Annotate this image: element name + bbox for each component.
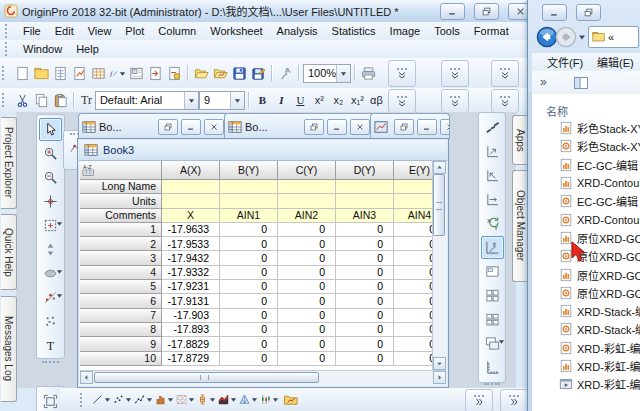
menu-item[interactable]: Column bbox=[151, 23, 203, 39]
data-cell[interactable]: 0 bbox=[278, 309, 336, 323]
scroll-left-button[interactable] bbox=[80, 371, 93, 384]
file-item[interactable]: XRD-Stack-编 bbox=[532, 302, 640, 320]
data-cell[interactable]: 0 bbox=[220, 223, 278, 237]
rescale-button[interactable] bbox=[481, 236, 504, 259]
label-cell[interactable]: AIN3 bbox=[336, 209, 394, 223]
new-matrix-button[interactable] bbox=[89, 63, 108, 84]
data-cell[interactable]: 0 bbox=[278, 237, 336, 251]
format-button-10[interactable]: U bbox=[291, 91, 310, 109]
layer-grid4-button[interactable] bbox=[481, 284, 504, 307]
horizontal-scrollbar[interactable] bbox=[80, 370, 446, 385]
data-cell[interactable]: 0 bbox=[336, 309, 394, 323]
toolbar-overflow-stub[interactable] bbox=[491, 60, 519, 87]
label-cell[interactable] bbox=[162, 194, 220, 208]
data-cell[interactable]: -17.9633 bbox=[162, 223, 220, 237]
data-cell[interactable]: 0 bbox=[220, 280, 278, 294]
data-cell[interactable]: 0 bbox=[220, 323, 278, 337]
scroll-right-button[interactable] bbox=[433, 371, 446, 384]
text-tool-button[interactable]: T bbox=[39, 334, 62, 357]
file-item[interactable]: XRD-彩虹-编 bbox=[532, 375, 640, 393]
data-cell[interactable]: 0 bbox=[220, 352, 278, 366]
toolbar-grip[interactable] bbox=[42, 361, 58, 363]
line-symbol-plot-button[interactable] bbox=[133, 389, 154, 410]
format-button-11[interactable]: x² bbox=[310, 91, 329, 109]
tab-apps[interactable]: Apps bbox=[512, 115, 528, 165]
full-screen-button[interactable] bbox=[40, 391, 61, 411]
row-label[interactable]: Units bbox=[80, 194, 162, 208]
data-cell[interactable]: -17.903 bbox=[162, 309, 220, 323]
file-item[interactable]: XRD-彩虹-编 bbox=[532, 357, 640, 375]
format-button-12[interactable]: x₂ bbox=[329, 91, 348, 109]
vertical-scroll-thumb[interactable] bbox=[433, 174, 445, 236]
format-button-14[interactable]: αβ bbox=[367, 91, 386, 109]
axes-bl-button[interactable] bbox=[481, 164, 504, 187]
address-collapse-glyph[interactable]: « bbox=[608, 31, 614, 43]
tab-project-explorer[interactable]: Project Explorer bbox=[1, 117, 17, 209]
run-script-button[interactable] bbox=[276, 63, 295, 84]
new-folder-button[interactable] bbox=[32, 63, 51, 84]
tab-object-manager[interactable]: Object Manager bbox=[512, 170, 528, 282]
axes-tl-button[interactable] bbox=[481, 140, 504, 163]
toolbar-overflow-stub[interactable] bbox=[388, 89, 416, 113]
pyramid-plot-button[interactable] bbox=[238, 389, 259, 410]
toolbar-overflow-stub[interactable] bbox=[500, 389, 528, 411]
row-number[interactable]: 4 bbox=[80, 266, 162, 280]
new-project-button[interactable] bbox=[13, 63, 32, 84]
toolbar-overflow-stub[interactable] bbox=[441, 89, 469, 113]
box-plot-button[interactable] bbox=[196, 389, 217, 410]
import-data-button[interactable] bbox=[146, 63, 165, 84]
font-size-combo[interactable]: 9 bbox=[199, 91, 245, 110]
file-item[interactable]: 彩色Stack-XY bbox=[532, 137, 640, 155]
font-name-combo[interactable]: Default: Arial bbox=[95, 91, 199, 110]
scatter-plot-button[interactable] bbox=[112, 389, 133, 410]
data-cell[interactable]: -17.893 bbox=[162, 323, 220, 337]
data-cell[interactable]: 0 bbox=[220, 237, 278, 251]
save-button[interactable] bbox=[230, 63, 249, 84]
box-plot-dropdown-icon[interactable] bbox=[208, 390, 216, 409]
file-item[interactable]: 原位XRD-GC bbox=[532, 284, 640, 302]
toolbar-grip[interactable] bbox=[2, 66, 9, 80]
data-cell[interactable]: 0 bbox=[220, 309, 278, 323]
tab-messages-log[interactable]: Messages Log bbox=[1, 296, 17, 402]
row-label[interactable]: Long Name bbox=[80, 180, 162, 194]
file-item[interactable]: EC-GC-编辑 bbox=[532, 156, 640, 174]
file-item[interactable]: XRD-Contou bbox=[532, 174, 640, 192]
explorer-window[interactable]: « 文件(F)编辑(E) » 名称 彩色Stack-XY彩色Stack-XYEC… bbox=[527, 0, 640, 411]
label-cell[interactable] bbox=[336, 194, 394, 208]
mask-points-button[interactable] bbox=[39, 286, 62, 309]
label-cell[interactable] bbox=[278, 180, 336, 194]
multi-panel-plot-button[interactable] bbox=[175, 389, 196, 410]
file-item[interactable]: EC-GC-编辑 bbox=[532, 192, 640, 210]
data-cell[interactable]: -17.9533 bbox=[162, 237, 220, 251]
line-symbol-plot-dropdown-icon[interactable] bbox=[145, 390, 153, 409]
menu-item[interactable]: Window bbox=[16, 41, 69, 57]
stock-plot-dropdown-icon[interactable] bbox=[271, 390, 279, 409]
book3-titlebar[interactable]: Book3 bbox=[79, 140, 447, 161]
data-cell[interactable]: 0 bbox=[220, 251, 278, 265]
history-dropdown-icon[interactable] bbox=[578, 33, 586, 41]
new-layout-button[interactable] bbox=[127, 63, 146, 84]
tab-minimize-button[interactable] bbox=[417, 119, 437, 135]
data-selector-button[interactable] bbox=[39, 238, 62, 261]
toolbar-overflow-stub[interactable] bbox=[491, 89, 519, 113]
menu-item[interactable]: Edit bbox=[48, 23, 81, 39]
row-number[interactable]: 10 bbox=[80, 352, 162, 366]
data-cell[interactable]: 0 bbox=[278, 352, 336, 366]
address-bar[interactable]: « bbox=[588, 26, 639, 48]
import-wizard-button[interactable] bbox=[165, 63, 184, 84]
format-button-9[interactable]: I bbox=[272, 91, 291, 109]
label-cell[interactable]: AIN1 bbox=[220, 209, 278, 223]
new-worksheet-button[interactable] bbox=[51, 63, 70, 84]
menu-item[interactable]: Help bbox=[69, 41, 106, 57]
column-plot-button[interactable] bbox=[154, 389, 175, 410]
zoom-out-button[interactable] bbox=[39, 166, 62, 189]
file-item[interactable]: XRD-彩虹-编 bbox=[532, 339, 640, 357]
menu-item[interactable]: File bbox=[16, 23, 48, 39]
multi-panel-plot-dropdown-icon[interactable] bbox=[187, 390, 195, 409]
row-number[interactable]: 1 bbox=[80, 223, 162, 237]
toolbar-grip[interactable] bbox=[5, 24, 12, 38]
menu-item[interactable]: Tools bbox=[427, 23, 467, 39]
scatter-plot-dropdown-icon[interactable] bbox=[124, 390, 132, 409]
copy-button[interactable] bbox=[32, 90, 51, 111]
column-plot-dropdown-icon[interactable] bbox=[166, 390, 174, 409]
